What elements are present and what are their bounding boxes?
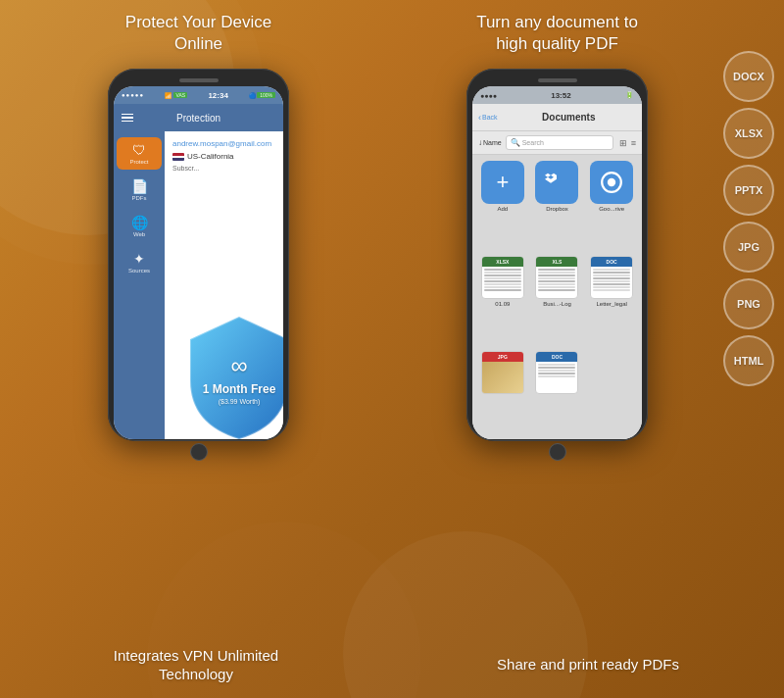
sidebar-sources-label: Sources xyxy=(128,268,150,274)
shield-sidebar-icon: 🛡 xyxy=(132,142,146,158)
left-status-bar: ●●●●● 📶VAS 12:34 🔵100% xyxy=(114,86,283,104)
shield-month-text: 1 Month Free xyxy=(195,382,283,398)
sort-icon: ↓ xyxy=(478,138,482,147)
list-view-icon[interactable]: ≡ xyxy=(631,138,636,148)
shield-shape: ∞ 1 Month Free ($3.99 Worth) xyxy=(180,312,283,439)
format-badge-pptx: PPTX xyxy=(723,165,774,216)
sidebar-pdfs-label: PDFs xyxy=(132,195,147,201)
panels-container: Protect Your Device Online ●●●●● 📶VAS 12… xyxy=(0,0,784,631)
format-badge-html: HTML xyxy=(723,335,774,386)
xlsx-thumb: XLSX xyxy=(481,256,524,299)
right-home-button[interactable] xyxy=(549,443,566,461)
left-status-battery: 🔵100% xyxy=(249,92,275,99)
sources-sidebar-icon: ✦ xyxy=(133,251,145,267)
format-badge-xlsx: XLSX xyxy=(723,108,774,159)
vpn-location: US-California xyxy=(172,152,275,161)
left-status-icons: 📶VAS xyxy=(165,92,187,99)
shield-worth-text: ($3.99 Worth) xyxy=(195,398,283,407)
home-button[interactable] xyxy=(190,443,208,461)
sidebar-protect-label: Protect xyxy=(129,159,148,165)
sidebar-item-web[interactable]: 🌐 Web xyxy=(117,210,162,242)
doc-item-xls[interactable]: XLS Busi...-Log xyxy=(533,256,582,345)
doc-toolbar: ↓ Name 🔍 Search ⊞ ≡ xyxy=(472,131,642,155)
add-label: Add xyxy=(497,206,508,212)
doc-item-drive[interactable]: Goo...rive xyxy=(587,161,636,250)
left-phone: ●●●●● 📶VAS 12:34 🔵100% xyxy=(108,69,289,441)
vpn-sub-label: Subscr... xyxy=(172,165,275,172)
format-badges-list: DOCX XLSX PPTX JPG PNG HTML xyxy=(723,12,774,425)
sidebar-item-pdfs[interactable]: 📄 PDFs xyxy=(117,174,162,206)
right-phone-screen: ●●●● 13:52 🔋 ‹ Back Documents xyxy=(472,86,642,439)
format-badge-png: PNG xyxy=(723,278,774,329)
right-bottom-text: Share and print ready PDFs xyxy=(497,655,679,674)
grid-view-icon[interactable]: ⊞ xyxy=(619,138,627,148)
phone-speaker xyxy=(179,78,219,82)
us-flag-icon xyxy=(172,153,184,161)
shield-infinity-icon: ∞ xyxy=(195,350,283,380)
doc-thumb: DOC xyxy=(590,256,633,299)
background: Protect Your Device Online ●●●●● 📶VAS 12… xyxy=(0,0,784,698)
left-status-time: 12:34 xyxy=(208,91,227,100)
right-status-time: 13:52 xyxy=(551,91,570,100)
format-badge-jpg: JPG xyxy=(723,222,774,273)
sort-button[interactable]: ↓ Name xyxy=(478,138,502,147)
back-chevron-icon: ‹ xyxy=(478,113,481,123)
search-icon: 🔍 xyxy=(511,138,520,147)
left-nav-title: Protection xyxy=(176,113,220,124)
doc-item-doc[interactable]: DOC Letter_legal xyxy=(587,256,636,345)
doc-item-xlsx[interactable]: XLSX 01.09 xyxy=(478,256,527,345)
drive-icon xyxy=(590,161,633,204)
search-box[interactable]: 🔍 Search xyxy=(506,135,613,150)
format-badge-docx: DOCX xyxy=(723,51,774,102)
doc-screen-title: Documents xyxy=(502,112,636,123)
right-panel-content: Turn any document to high quality PDF ●●… xyxy=(397,12,717,441)
pdf-sidebar-icon: 📄 xyxy=(131,178,148,194)
vpn-email: andrew.mospan@gmail.com xyxy=(172,139,275,148)
left-phone-screen: ●●●●● 📶VAS 12:34 🔵100% xyxy=(114,86,283,439)
jpg-thumb: JPG xyxy=(481,351,524,394)
xlsx-badge: XLSX xyxy=(482,257,523,267)
back-button[interactable]: ‹ Back xyxy=(478,113,498,123)
doc-item-doc2[interactable]: DOC xyxy=(533,351,582,434)
jpg-badge: JPG xyxy=(482,352,523,362)
hamburger-menu-icon[interactable] xyxy=(122,114,133,123)
back-label: Back xyxy=(482,114,498,121)
doc-screen: ●●●● 13:52 🔋 ‹ Back Documents xyxy=(472,86,642,439)
right-panel-title: Turn any document to high quality PDF xyxy=(476,12,638,55)
web-sidebar-icon: 🌐 xyxy=(131,215,148,230)
bottom-labels: Integrates VPN Unlimited Technology Shar… xyxy=(0,631,784,698)
left-status-dots: ●●●●● xyxy=(122,92,144,98)
doc2-badge: DOC xyxy=(536,352,577,362)
vpn-location-text: US-California xyxy=(187,152,234,161)
dropbox-icon xyxy=(535,161,578,204)
xlsx-label: 01.09 xyxy=(495,301,510,307)
sidebar-item-sources[interactable]: ✦ Sources xyxy=(117,246,162,278)
doc2-thumb: DOC xyxy=(535,351,578,394)
right-bottom-label: Share and print ready PDFs xyxy=(392,631,784,698)
shield-text: ∞ 1 Month Free ($3.99 Worth) xyxy=(195,350,283,407)
right-status-dots: ●●●● xyxy=(480,92,497,99)
doc-grid: + Add Drop xyxy=(472,155,642,439)
doc-item-jpg[interactable]: JPG xyxy=(478,351,527,434)
vpn-sidebar: 🛡 Protect 📄 PDFs 🌐 Web xyxy=(114,131,165,439)
doc-label: Letter_legal xyxy=(596,301,626,307)
doc-item-dropbox[interactable]: Dropbox xyxy=(533,161,582,250)
right-phone-speaker xyxy=(538,78,577,82)
right-status-bar: ●●●● 13:52 🔋 xyxy=(472,86,642,104)
doc-badge: DOC xyxy=(591,257,632,267)
vpn-main-content: andrew.mospan@gmail.com US-California Su… xyxy=(165,131,283,439)
doc-item-add[interactable]: + Add xyxy=(478,161,527,250)
shield-overlay: ∞ 1 Month Free ($3.99 Worth) xyxy=(175,307,283,439)
right-status-battery: 🔋 xyxy=(625,91,634,99)
drive-label: Goo...rive xyxy=(599,206,624,212)
xls-label: Busi...-Log xyxy=(543,301,571,307)
xls-badge: XLS xyxy=(536,257,577,267)
left-nav-bar: Protection xyxy=(114,104,283,131)
xls-thumb: XLS xyxy=(535,256,578,299)
sidebar-item-protect[interactable]: 🛡 Protect xyxy=(117,137,162,170)
doc-nav-bar: ‹ Back Documents xyxy=(472,104,642,131)
svg-point-1 xyxy=(608,178,615,186)
right-panel: Turn any document to high quality PDF ●●… xyxy=(397,12,774,631)
sidebar-web-label: Web xyxy=(133,231,145,237)
sort-label: Name xyxy=(483,139,502,146)
